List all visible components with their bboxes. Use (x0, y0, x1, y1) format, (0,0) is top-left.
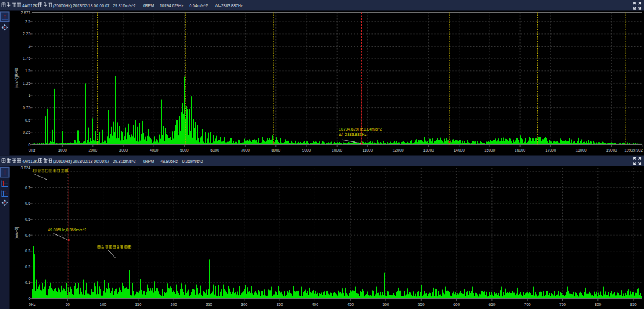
svg-text:400: 400 (312, 302, 318, 307)
svg-text:(20000Hz) 2023/02/18 00:00:07: (20000Hz) 2023/02/18 00:00:07 (53, 4, 110, 8)
svg-text:1.25: 1.25 (23, 81, 30, 85)
svg-text:0.5: 0.5 (25, 118, 30, 122)
svg-text:650: 650 (488, 302, 495, 307)
svg-text:300: 300 (241, 302, 247, 307)
svg-text:750: 750 (559, 302, 566, 307)
svg-text:0.4: 0.4 (25, 233, 30, 237)
svg-text:3000: 3000 (119, 148, 128, 152)
svg-text:0.6: 0.6 (25, 201, 30, 205)
svg-text:(20000Hz) 2023/02/18 00:00:07: (20000Hz) 2023/02/18 00:00:07 (53, 159, 110, 164)
svg-text:9000: 9000 (302, 148, 311, 152)
svg-text:550: 550 (418, 302, 425, 307)
svg-text:450: 450 (347, 302, 354, 307)
svg-text:10794.629Hz: 10794.629Hz (160, 4, 184, 8)
svg-text:12000: 12000 (392, 148, 403, 152)
svg-text:0Hz: 0Hz (29, 148, 36, 152)
svg-text:600: 600 (453, 302, 460, 307)
svg-text:19000: 19000 (606, 148, 617, 152)
svg-text:Δf=2883.887Hz: Δf=2883.887Hz (339, 132, 367, 137)
svg-text:4A/512K: 4A/512K (22, 159, 38, 163)
svg-text:0.25: 0.25 (23, 130, 30, 134)
svg-text:5000: 5000 (180, 148, 189, 152)
svg-text:2.5: 2.5 (25, 20, 30, 24)
svg-text:700: 700 (524, 302, 531, 307)
svg-text:7000: 7000 (241, 148, 250, 152)
svg-text:[m/s^2]RMS: [m/s^2]RMS (14, 67, 19, 89)
svg-text:[m/s^2]: [m/s^2] (14, 227, 19, 239)
svg-text:1.75: 1.75 (23, 56, 30, 60)
svg-text:200: 200 (171, 302, 177, 307)
svg-text:19999.902: 19999.902 (624, 148, 643, 152)
svg-text:2000: 2000 (89, 148, 98, 152)
svg-text:0.824: 0.824 (21, 166, 31, 170)
svg-text:150: 150 (135, 302, 141, 307)
svg-text:29.816m/s^2: 29.816m/s^2 (113, 4, 135, 8)
svg-text:11000: 11000 (363, 148, 373, 152)
svg-text:4000: 4000 (150, 148, 159, 152)
svg-text:0.04m/s^2: 0.04m/s^2 (190, 4, 208, 8)
svg-text:0RPM: 0RPM (143, 4, 154, 8)
svg-text:0Hz: 0Hz (29, 302, 36, 307)
svg-text:250: 250 (206, 302, 212, 307)
svg-text:Δf=2883.887Hz: Δf=2883.887Hz (215, 4, 243, 8)
svg-text:500: 500 (383, 302, 389, 307)
svg-text:29.816m/s^2: 29.816m/s^2 (113, 159, 135, 163)
svg-text:0.75: 0.75 (23, 106, 30, 110)
svg-text:50: 50 (66, 302, 70, 307)
svg-text:13000: 13000 (423, 148, 434, 152)
svg-text:6000: 6000 (210, 148, 219, 152)
svg-text:100: 100 (100, 302, 106, 307)
svg-text:10794.629Hz,0.04m/s^2: 10794.629Hz,0.04m/s^2 (339, 127, 382, 131)
svg-text:0.5: 0.5 (25, 217, 30, 221)
svg-text:850: 850 (630, 302, 637, 307)
svg-text:800: 800 (595, 302, 601, 307)
svg-text:49.805Hz,0.369m/s^2: 49.805Hz,0.369m/s^2 (48, 228, 86, 232)
svg-text:17000: 17000 (545, 148, 556, 152)
svg-text:0RPM: 0RPM (143, 159, 154, 163)
svg-text:15000: 15000 (484, 148, 495, 152)
svg-text:49.805Hz: 49.805Hz (160, 159, 178, 163)
svg-text:14000: 14000 (454, 148, 465, 152)
svg-text:0.2: 0.2 (25, 265, 30, 269)
svg-text:16000: 16000 (515, 148, 525, 152)
svg-text:18000: 18000 (575, 148, 586, 152)
svg-text:0.3: 0.3 (25, 249, 30, 253)
svg-text:0.7: 0.7 (25, 186, 30, 190)
svg-text:1000: 1000 (58, 148, 67, 152)
svg-text:0.369m/s^2: 0.369m/s^2 (182, 159, 203, 163)
svg-text:4A/512K: 4A/512K (22, 4, 38, 8)
svg-text:2.25: 2.25 (23, 32, 30, 36)
svg-text:8000: 8000 (272, 148, 281, 152)
svg-text:2.677: 2.677 (21, 11, 31, 15)
svg-text:10000: 10000 (332, 148, 342, 152)
svg-text:350: 350 (277, 302, 283, 307)
svg-text:1.5: 1.5 (25, 69, 30, 73)
svg-text:0.1: 0.1 (25, 280, 30, 285)
